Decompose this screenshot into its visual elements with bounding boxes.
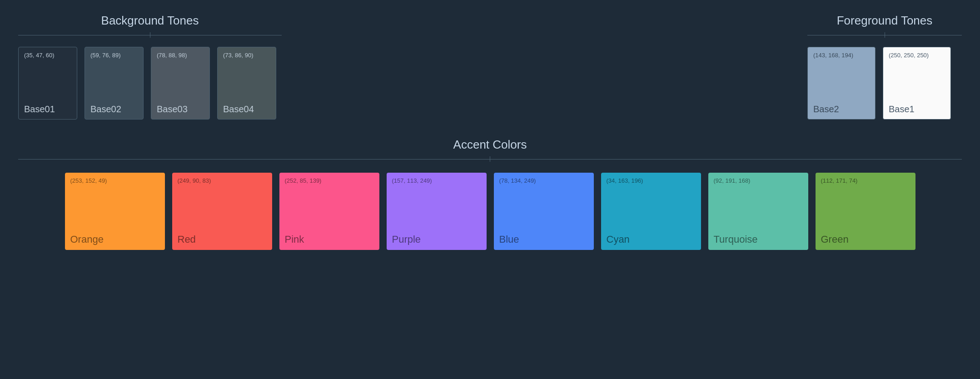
base04-name: Base04 — [223, 104, 254, 115]
accent-colors-section: Accent Colors (253, 152, 49) Orange (249… — [18, 138, 962, 250]
cyan-name: Cyan — [607, 234, 696, 245]
background-boxes-row: (35, 47, 60) Base01 (59, 76, 89) Base02 … — [18, 47, 282, 120]
blue-rgb: (78, 134, 249) — [499, 177, 588, 184]
color-box-base1: (250, 250, 250) Base1 — [883, 47, 951, 120]
pink-name: Pink — [285, 234, 374, 245]
accent-box-turquoise: (92, 191, 168) Turquoise — [708, 173, 808, 250]
turquoise-name: Turquoise — [714, 234, 803, 245]
base2-rgb: (143, 168, 194) — [813, 52, 853, 59]
bg-divider — [18, 32, 282, 38]
color-box-base2: (143, 168, 194) Base2 — [807, 47, 876, 120]
pink-rgb: (252, 85, 139) — [285, 177, 374, 184]
red-rgb: (249, 90, 83) — [178, 177, 267, 184]
bg-divider-left — [18, 35, 150, 35]
color-box-base02: (59, 76, 89) Base02 — [85, 47, 144, 120]
blue-name: Blue — [499, 234, 588, 245]
accent-boxes-row: (253, 152, 49) Orange (249, 90, 83) Red … — [18, 173, 962, 250]
accent-box-green: (112, 171, 74) Green — [816, 173, 915, 250]
green-name: Green — [821, 234, 910, 245]
color-box-base03: (78, 88, 98) Base03 — [151, 47, 210, 120]
color-box-base01: (35, 47, 60) Base01 — [18, 47, 77, 120]
accent-colors-title: Accent Colors — [18, 138, 962, 152]
accent-box-blue: (78, 134, 249) Blue — [494, 173, 594, 250]
base1-rgb: (250, 250, 250) — [889, 52, 929, 59]
base02-name: Base02 — [90, 104, 121, 115]
purple-name: Purple — [392, 234, 481, 245]
cyan-rgb: (34, 163, 196) — [607, 177, 696, 184]
accent-title-row: Accent Colors — [18, 138, 962, 152]
bg-divider-right — [150, 35, 282, 35]
base03-rgb: (78, 88, 98) — [157, 52, 187, 59]
accent-box-pink: (252, 85, 139) Pink — [279, 173, 379, 250]
orange-rgb: (253, 152, 49) — [70, 177, 159, 184]
red-name: Red — [178, 234, 267, 245]
background-tones-section: Background Tones (35, 47, 60) Base01 (59… — [18, 14, 282, 120]
base01-rgb: (35, 47, 60) — [24, 52, 55, 59]
accent-divider-right — [490, 159, 962, 160]
accent-box-red: (249, 90, 83) Red — [172, 173, 272, 250]
fg-divider-left — [807, 35, 885, 35]
top-row: Background Tones (35, 47, 60) Base01 (59… — [18, 14, 962, 120]
accent-divider-left — [18, 159, 490, 160]
base1-name: Base1 — [889, 104, 915, 115]
background-tones-title: Background Tones — [18, 14, 282, 28]
fg-divider — [807, 32, 962, 38]
base2-name: Base2 — [813, 104, 839, 115]
orange-name: Orange — [70, 234, 159, 245]
purple-rgb: (157, 113, 249) — [392, 177, 481, 184]
turquoise-rgb: (92, 191, 168) — [714, 177, 803, 184]
color-box-base04: (73, 86, 90) Base04 — [217, 47, 276, 120]
accent-divider — [18, 156, 962, 162]
fg-divider-right — [885, 35, 962, 35]
base01-name: Base01 — [24, 104, 55, 115]
foreground-boxes-row: (143, 168, 194) Base2 (250, 250, 250) Ba… — [807, 47, 962, 120]
accent-box-cyan: (34, 163, 196) Cyan — [601, 173, 701, 250]
accent-box-purple: (157, 113, 249) Purple — [387, 173, 487, 250]
green-rgb: (112, 171, 74) — [821, 177, 910, 184]
foreground-tones-section: Foreground Tones (143, 168, 194) Base2 (… — [807, 14, 962, 120]
foreground-tones-title: Foreground Tones — [807, 14, 962, 28]
accent-box-orange: (253, 152, 49) Orange — [65, 173, 165, 250]
base03-name: Base03 — [157, 104, 188, 115]
base04-rgb: (73, 86, 90) — [223, 52, 254, 59]
base02-rgb: (59, 76, 89) — [90, 52, 121, 59]
